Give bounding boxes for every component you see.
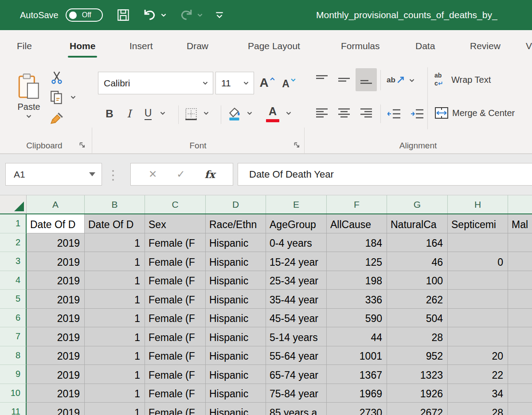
- tab-home[interactable]: Home: [70, 30, 95, 62]
- tab-page-layout[interactable]: Page Layout: [248, 30, 300, 62]
- borders-menu-chevron[interactable]: [203, 109, 209, 117]
- formula-input[interactable]: Date Of Death Year: [238, 163, 532, 186]
- underline-button[interactable]: U: [139, 104, 157, 124]
- cell-A11[interactable]: 2019: [27, 403, 85, 415]
- cell-E11[interactable]: 85 years a: [266, 403, 327, 415]
- column-header-A[interactable]: A: [27, 195, 85, 213]
- orientation-menu-chevron[interactable]: [409, 76, 415, 84]
- increase-font-size-button[interactable]: A: [257, 73, 278, 93]
- cell-D10[interactable]: Hispanic: [206, 384, 266, 403]
- cell-B5[interactable]: 1: [85, 290, 145, 309]
- cell-G6[interactable]: 504: [387, 309, 448, 328]
- cell-A4[interactable]: 2019: [27, 271, 85, 290]
- cell-B7[interactable]: 1: [85, 327, 145, 346]
- cell-C6[interactable]: Female (F: [145, 309, 206, 328]
- row-header-2[interactable]: 2: [0, 233, 27, 252]
- cell-F1[interactable]: AllCause: [327, 214, 387, 233]
- cell-D6[interactable]: Hispanic: [206, 309, 266, 328]
- tab-draw[interactable]: Draw: [187, 30, 208, 62]
- cell-A1[interactable]: Date Of D: [27, 214, 85, 233]
- cell-E6[interactable]: 45-54 year: [266, 309, 327, 328]
- fill-color-button[interactable]: [224, 103, 245, 124]
- column-header-E[interactable]: E: [266, 195, 327, 213]
- decrease-font-size-button[interactable]: A: [279, 74, 299, 93]
- format-painter-button[interactable]: [47, 109, 66, 128]
- cell-H5[interactable]: [448, 290, 508, 309]
- cell-E7[interactable]: 5-14 years: [266, 327, 327, 346]
- redo-button[interactable]: [178, 8, 203, 23]
- cut-button[interactable]: [47, 68, 66, 87]
- font-name-combo[interactable]: Calibri: [98, 72, 213, 94]
- column-header-H[interactable]: H: [448, 195, 508, 213]
- cell-B9[interactable]: 1: [85, 365, 145, 384]
- cell-A3[interactable]: 2019: [27, 252, 85, 271]
- cell-I11[interactable]: [508, 403, 532, 415]
- align-center-button[interactable]: [333, 103, 355, 124]
- cell-C4[interactable]: Female (F: [145, 271, 206, 290]
- cell-F9[interactable]: 1367: [327, 365, 387, 384]
- tab-formulas[interactable]: Formulas: [341, 30, 380, 62]
- tab-data[interactable]: Data: [415, 30, 435, 62]
- cell-G5[interactable]: 262: [387, 290, 448, 309]
- cell-I8[interactable]: [508, 346, 532, 365]
- enter-check-icon[interactable]: ✓: [176, 168, 185, 180]
- paste-button[interactable]: Paste: [12, 66, 46, 125]
- row-header-6[interactable]: 6: [0, 309, 27, 328]
- orientation-button[interactable]: ab: [385, 68, 407, 91]
- column-header-F[interactable]: F: [327, 195, 387, 213]
- cell-G8[interactable]: 952: [387, 346, 448, 365]
- cell-C9[interactable]: Female (F: [145, 365, 206, 384]
- cell-D9[interactable]: Hispanic: [206, 365, 266, 384]
- cell-E2[interactable]: 0-4 years: [266, 233, 327, 252]
- cell-F7[interactable]: 44: [327, 327, 387, 346]
- fill-color-menu-chevron[interactable]: [246, 109, 253, 117]
- quick-access-toolbar-button[interactable]: [215, 11, 224, 19]
- cell-B3[interactable]: 1: [85, 252, 145, 271]
- cell-B10[interactable]: 1: [85, 384, 145, 403]
- column-header-B[interactable]: B: [85, 195, 145, 213]
- bold-button[interactable]: B: [100, 104, 119, 124]
- cell-A8[interactable]: 2019: [27, 346, 85, 365]
- cell-C5[interactable]: Female (F: [145, 290, 206, 309]
- cell-E9[interactable]: 65-74 year: [266, 365, 327, 384]
- column-header-I[interactable]: I: [508, 195, 532, 213]
- cell-E8[interactable]: 55-64 year: [266, 346, 327, 365]
- formula-bar-resize-handle[interactable]: [112, 170, 114, 181]
- cell-I6[interactable]: [508, 309, 532, 328]
- cell-H2[interactable]: [448, 233, 508, 252]
- cell-B6[interactable]: 1: [85, 309, 145, 328]
- row-header-11[interactable]: 11: [0, 403, 27, 415]
- wrap-text-button[interactable]: ab c↵ Wrap Text: [434, 69, 532, 90]
- cell-C3[interactable]: Female (F: [145, 252, 206, 271]
- decrease-indent-button[interactable]: [384, 104, 404, 124]
- tab-review[interactable]: Review: [470, 30, 501, 62]
- cell-C11[interactable]: Female (F: [145, 403, 206, 415]
- cell-H6[interactable]: [448, 309, 508, 328]
- cell-D1[interactable]: Race/Ethn: [206, 214, 266, 233]
- top-align-button[interactable]: [311, 68, 332, 91]
- cell-F3[interactable]: 125: [327, 252, 387, 271]
- row-header-8[interactable]: 8: [0, 346, 27, 365]
- cancel-icon[interactable]: ✕: [149, 168, 157, 180]
- cell-G1[interactable]: NaturalCa: [387, 214, 448, 233]
- select-all-corner[interactable]: [0, 195, 27, 213]
- clipboard-dialog-launcher[interactable]: [78, 141, 87, 150]
- cell-G10[interactable]: 1926: [387, 384, 448, 403]
- italic-button[interactable]: I: [121, 104, 137, 124]
- cell-C2[interactable]: Female (F: [145, 233, 206, 252]
- cell-D4[interactable]: Hispanic: [206, 271, 266, 290]
- cell-H8[interactable]: 20: [448, 346, 508, 365]
- middle-align-button[interactable]: [333, 68, 355, 91]
- cell-I1[interactable]: Mal: [508, 214, 532, 233]
- column-header-D[interactable]: D: [206, 195, 266, 213]
- row-header-1[interactable]: 1: [0, 214, 27, 233]
- cell-C1[interactable]: Sex: [145, 214, 206, 233]
- cell-I2[interactable]: [508, 233, 532, 252]
- cell-H3[interactable]: 0: [448, 252, 508, 271]
- undo-button[interactable]: [142, 8, 167, 23]
- cell-F2[interactable]: 184: [327, 233, 387, 252]
- merge-center-button[interactable]: Merge & Center: [434, 102, 532, 124]
- cell-B2[interactable]: 1: [85, 233, 145, 252]
- font-dialog-launcher[interactable]: [293, 141, 301, 150]
- font-color-button[interactable]: A: [262, 103, 283, 124]
